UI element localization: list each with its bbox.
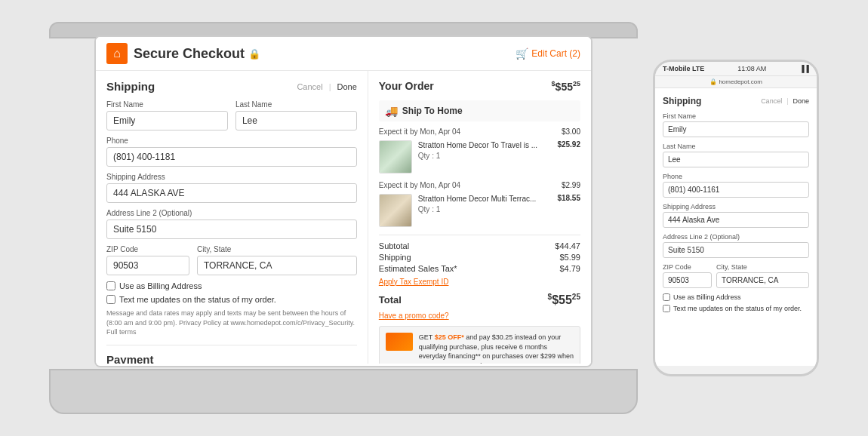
phone-address2-group: Address Line 2 (Optional) (663, 233, 809, 258)
phone-address-input[interactable] (663, 212, 809, 228)
main-layout: Shipping Cancel | Done First Name (96, 71, 591, 364)
billing-checkbox[interactable] (106, 281, 115, 290)
promo-link[interactable]: Have a promo code? (379, 312, 580, 320)
phone-input[interactable] (106, 147, 357, 167)
phone-billing-checkbox[interactable] (663, 293, 670, 301)
order-item-1: Stratton Home Decor To Travel is ... Qty… (379, 140, 580, 173)
total-cents: 25 (572, 293, 580, 301)
phone-phone-input[interactable] (663, 182, 809, 198)
phone-mockup: T-Mobile LTE 11:08 AM ▐▐ 🔒 homedepot.com… (653, 60, 819, 376)
address2-label: Address Line 2 (Optional) (106, 209, 357, 217)
apply-tax-link[interactable]: Apply Tax Exempt ID (379, 278, 449, 286)
item-details-1: Stratton Home Decor To Travel is ... Qty… (418, 140, 552, 173)
subtotal-section: Subtotal $44.47 Shipping $5.99 Estimated… (379, 241, 580, 287)
address-input[interactable] (106, 183, 357, 203)
item-img-inner-2 (380, 195, 411, 226)
shipping-cost-2: $2.99 (562, 181, 580, 189)
cart-label: Edit Cart (2) (531, 48, 580, 59)
phone-billing-row: Use as Billing Address (663, 293, 809, 301)
last-name-input[interactable] (235, 111, 357, 130)
item-qty-1: Qty : 1 (418, 152, 552, 160)
shipping-panel: Shipping Cancel | Done First Name (96, 71, 368, 364)
order-item-2: Stratton Home Decor Multi Terrac... Qty … (379, 194, 580, 227)
first-name-label: First Name (106, 100, 228, 109)
phone-text-checkbox[interactable] (663, 305, 670, 312)
item-price-1: $25.92 (557, 140, 580, 173)
phone-address-group: Shipping Address (663, 203, 809, 228)
done-link[interactable]: Done (337, 82, 357, 91)
item-img-inner-1 (380, 141, 411, 173)
order-title-row: Your Order $$5525 (379, 80, 580, 93)
phone-last-name-input[interactable] (663, 152, 809, 167)
first-name-input[interactable] (106, 111, 228, 130)
laptop-body (49, 369, 638, 414)
promo-amount: $25 OFF* (435, 333, 464, 341)
subtotal-label: Subtotal (379, 241, 409, 250)
page-title: Secure Checkout 🔒 (134, 46, 260, 62)
zip-input[interactable] (106, 256, 189, 275)
phone-zip-label: ZIP Code (663, 263, 712, 271)
phone-address-label: Shipping Address (663, 203, 809, 210)
phone-city-state-input[interactable] (716, 272, 809, 288)
shipping-title: Shipping (106, 80, 155, 93)
zip-city-row: ZIP Code City, State (106, 245, 357, 275)
total-amount: $$5525 (548, 293, 580, 307)
phone-content: Shipping Cancel | Done First Name Last N… (655, 88, 817, 366)
phone-status-bar: T-Mobile LTE 11:08 AM ▐▐ (655, 62, 817, 76)
phone-city-group: City, State (716, 263, 809, 288)
item-price-2: $18.55 (557, 194, 580, 227)
text-checkbox-label: Text me updates on the status of my orde… (119, 295, 276, 304)
city-state-input[interactable] (197, 256, 357, 275)
item-name-1: Stratton Home Decor To Travel is ... (418, 140, 552, 150)
phone-phone-group: Phone (663, 173, 809, 198)
phone-cancel-link[interactable]: Cancel (761, 97, 782, 105)
expect-label-1: Expect it by Mon, Apr 04 (379, 127, 460, 136)
phone-label: Phone (106, 137, 357, 145)
phone-shipping-title: Shipping (663, 96, 701, 106)
shipping-value: $5.99 (559, 253, 580, 262)
item-image-1 (379, 140, 412, 173)
logo-icon: ⌂ (113, 47, 121, 60)
carrier-label: T-Mobile LTE (663, 65, 704, 72)
phone-zip-input[interactable] (663, 272, 712, 288)
phone-group: Phone (106, 137, 357, 167)
phone-url-bar: 🔒 homedepot.com (655, 76, 817, 88)
phone-billing-label: Use as Billing Address (673, 293, 741, 301)
phone-phone-label: Phone (663, 173, 809, 180)
phone-first-name-label: First Name (663, 112, 809, 120)
lock-icon: 🔒 (248, 48, 260, 60)
laptop-screen: ⌂ Secure Checkout 🔒 🛒 Edit Cart (2) (94, 35, 593, 367)
item-group-2: Expect it by Mon, Apr 04 $2.99 Stratton … (379, 181, 580, 227)
item-image-2 (379, 194, 412, 227)
total-label: Total (379, 294, 402, 306)
order-separator (379, 235, 580, 235)
ship-to-home-label: Ship To Home (402, 106, 463, 116)
time-label: 11:08 AM (737, 65, 766, 72)
cancel-link[interactable]: Cancel (297, 82, 322, 91)
zip-label: ZIP Code (106, 245, 189, 253)
text-checkbox[interactable] (106, 295, 115, 304)
expect-row-1: Expect it by Mon, Apr 04 $3.00 (379, 127, 580, 136)
phone-address2-input[interactable] (663, 242, 809, 258)
phone-section-header: Shipping Cancel | Done (663, 96, 809, 106)
home-depot-logo: ⌂ (106, 43, 128, 64)
lock-icon-phone: 🔒 (709, 78, 717, 85)
city-state-label: City, State (197, 245, 357, 253)
phone-address2-label: Address Line 2 (Optional) (663, 233, 809, 241)
subtotal-row: Subtotal $44.47 (379, 241, 580, 250)
phone-first-name-input[interactable] (663, 121, 809, 137)
tax-row: Estimated Sales Tax* $4.79 (379, 264, 580, 273)
address2-input[interactable] (106, 220, 357, 239)
zip-group: ZIP Code (106, 245, 189, 275)
text-checkbox-row: Text me updates on the status of my orde… (106, 295, 357, 304)
phone-actions: Cancel | Done (761, 97, 809, 105)
battery-icon: ▐▐ (799, 65, 809, 72)
last-name-group: Last Name (235, 100, 357, 130)
ship-to-home: 🚚 Ship To Home (379, 100, 580, 121)
item-details-2: Stratton Home Decor Multi Terrac... Qty … (418, 194, 552, 227)
billing-checkbox-label: Use as Billing Address (119, 281, 202, 290)
phone-done-link[interactable]: Done (793, 97, 809, 105)
last-name-label: Last Name (235, 100, 357, 109)
edit-cart-link[interactable]: 🛒 Edit Cart (2) (516, 48, 580, 60)
laptop-mockup: ⌂ Secure Checkout 🔒 🛒 Edit Cart (2) (49, 22, 638, 414)
